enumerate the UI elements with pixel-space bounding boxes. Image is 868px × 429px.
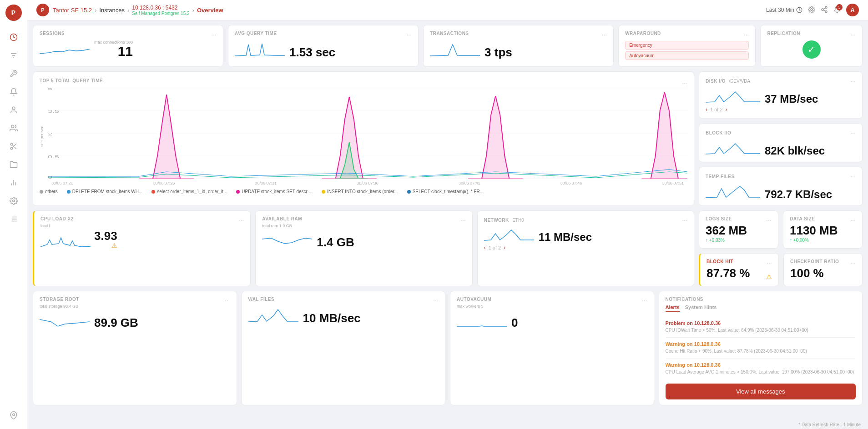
sep3: › <box>192 7 194 14</box>
sep1: › <box>95 7 96 14</box>
svg-point-14 <box>12 200 15 202</box>
logs-size-menu[interactable]: ··· <box>766 216 772 224</box>
data-size-menu[interactable]: ··· <box>850 216 856 224</box>
legend-select-clock: SELECT clock_timestamp(), * FR... <box>413 189 484 194</box>
block-hit-menu[interactable]: ··· <box>767 259 772 266</box>
network-pagination: ‹ 1 of 2 › <box>484 244 687 251</box>
top5-menu[interactable]: ··· <box>682 80 687 87</box>
avg-query-chart <box>235 40 285 58</box>
topology-icon-btn[interactable] <box>821 6 828 15</box>
sidebar-item-filters[interactable] <box>6 48 21 63</box>
notification-item-2: Warning on 10.128.0.36 Cache Hit Ratio <… <box>666 338 856 359</box>
breadcrumb-instances[interactable]: Instances <box>99 7 125 14</box>
notification-icon-btn[interactable]: 3 <box>833 6 841 15</box>
cpu-load-chart <box>40 231 91 249</box>
svg-line-28 <box>823 8 826 9</box>
top5-chart-svg: 5 3.5 2 0.5 0 <box>48 88 687 179</box>
notif-desc-3: CPU Load Average AVG 1 minutes > 150.0%,… <box>666 369 856 375</box>
user-avatar[interactable]: A <box>846 4 859 16</box>
cpu-load-sub: load1 <box>40 224 244 228</box>
header-nav: Tantor SE 15.2 › Instances › 10.128.0.36… <box>53 5 762 16</box>
instance-ip[interactable]: 10.128.0.36 : 5432 <box>132 5 189 11</box>
logs-size-value: 362 MB <box>706 224 772 238</box>
sidebar-item-users[interactable] <box>6 121 21 135</box>
right-metrics: DISK I/O /DEV/VDA ··· 37 MB/sec ‹ 1 of 2 <box>699 71 863 206</box>
notifications-card: NOTIFICATIONS Alerts System Hints Proble… <box>659 291 863 405</box>
temp-files-menu[interactable]: ··· <box>850 173 856 180</box>
checkpoint-menu[interactable]: ··· <box>850 259 856 266</box>
wal-files-title: WAL FILES <box>248 297 275 302</box>
settings-icon-btn[interactable] <box>808 6 815 15</box>
disk-io-next[interactable]: › <box>726 106 727 113</box>
data-size-card: DATA SIZE ··· 1130 MB ↑ +0.00% <box>783 210 863 249</box>
available-ram-card: AVAILABLE RAM ··· total ram 1.9 GB 1.4 G… <box>255 210 472 286</box>
checkpoint-title: CHECKPOINT RATIO <box>790 259 839 264</box>
disk-io-menu[interactable]: ··· <box>850 77 856 85</box>
svg-marker-39 <box>139 95 194 179</box>
sidebar-item-list[interactable] <box>6 212 21 226</box>
legend-others: others <box>45 189 58 194</box>
svg-text:5: 5 <box>48 88 52 91</box>
svg-marker-42 <box>642 92 687 179</box>
notifications-list: Problem on 10.128.0.36 CPU IOWait Time >… <box>666 317 856 379</box>
sessions-menu[interactable]: ··· <box>211 31 217 38</box>
available-ram-title: AVAILABLE RAM <box>262 216 302 221</box>
sessions-value: 11 <box>94 45 133 58</box>
logs-size-title: LOGS SIZE <box>706 216 732 221</box>
available-ram-sub: total ram 1.9 GB <box>262 224 465 228</box>
top-metrics-row: SESSIONS ··· max connections 100 11 AVG … <box>33 25 863 67</box>
x-label-1: 30/06 07:21 <box>51 181 73 185</box>
sidebar-item-tools[interactable] <box>6 66 21 81</box>
replication-menu[interactable]: ··· <box>850 31 856 38</box>
chart-legend: others DELETE FROM stock_items WH... sel… <box>40 189 687 194</box>
sidebar-item-user[interactable] <box>6 103 21 117</box>
network-chart <box>484 224 534 243</box>
block-hit-value: 87.78 % <box>707 266 750 280</box>
network-value: 11 MB/sec <box>539 232 592 243</box>
avg-query-card: AVG QUERY TIME ··· 1.53 sec <box>228 25 419 67</box>
y-axis-label: sec per sec <box>40 126 44 147</box>
sidebar-item-scissors[interactable] <box>6 139 21 154</box>
svg-text:2: 2 <box>48 132 52 136</box>
cpu-load-menu[interactable]: ··· <box>239 216 244 224</box>
network-next[interactable]: › <box>504 244 505 251</box>
x-label-2: 30/06 07:26 <box>153 181 175 185</box>
wraparound-menu[interactable]: ··· <box>744 31 749 38</box>
block-io-menu[interactable]: ··· <box>850 129 856 136</box>
sidebar-item-overview[interactable] <box>6 30 21 45</box>
tab-alerts[interactable]: Alerts <box>666 304 680 312</box>
content-area: SESSIONS ··· max connections 100 11 AVG … <box>27 20 868 420</box>
available-ram-value: 1.4 GB <box>317 236 354 248</box>
svg-point-5 <box>11 125 14 128</box>
top5-query-card: TOP 5 TOTAL QUERY TIME ··· sec per sec <box>33 71 694 206</box>
wal-files-menu[interactable]: ··· <box>433 297 439 304</box>
sidebar: P <box>0 0 27 429</box>
storage-value: 89.9 GB <box>94 317 138 329</box>
disk-io-prev[interactable]: ‹ <box>706 106 707 113</box>
transactions-menu[interactable]: ··· <box>601 31 607 38</box>
storage-menu[interactable]: ··· <box>225 297 230 304</box>
sidebar-item-folder[interactable] <box>6 157 21 172</box>
x-label-6: 30/06 07:46 <box>560 181 582 185</box>
header-actions: Last 30 Min 3 A <box>766 4 859 16</box>
available-ram-menu[interactable]: ··· <box>460 216 466 224</box>
tab-system-hints[interactable]: System Hints <box>685 304 717 312</box>
replication-card: REPLICATION ··· ✓ <box>760 25 863 67</box>
disk-io-value: 37 MB/sec <box>765 94 818 105</box>
avg-query-menu[interactable]: ··· <box>406 31 412 38</box>
breadcrumb-tantor[interactable]: Tantor SE 15.2 <box>53 7 92 14</box>
autovacuum-menu[interactable]: ··· <box>642 297 647 304</box>
sidebar-item-pin[interactable] <box>6 408 21 423</box>
right-panel: LOGS SIZE ··· 362 MB ↑ +0.03% DATA SIZE … <box>699 210 863 286</box>
network-prev[interactable]: ‹ <box>484 244 486 251</box>
x-label-4: 30/06 07:36 <box>357 181 378 185</box>
disk-io-pagination: ‹ 1 of 2 › <box>706 106 856 113</box>
sidebar-item-chart[interactable] <box>6 175 21 190</box>
logs-size-card: LOGS SIZE ··· 362 MB ↑ +0.03% <box>699 210 778 249</box>
sidebar-item-alerts[interactable] <box>6 85 21 99</box>
sidebar-item-settings[interactable] <box>6 194 21 208</box>
cpu-load-card: CPU LOAD X2 ··· load1 3.93 ⚠ <box>33 210 251 286</box>
view-all-messages-button[interactable]: View all messages <box>666 384 856 399</box>
legend-insert: INSERT INTO stock_items (order... <box>327 189 398 194</box>
network-menu[interactable]: ··· <box>682 216 687 224</box>
